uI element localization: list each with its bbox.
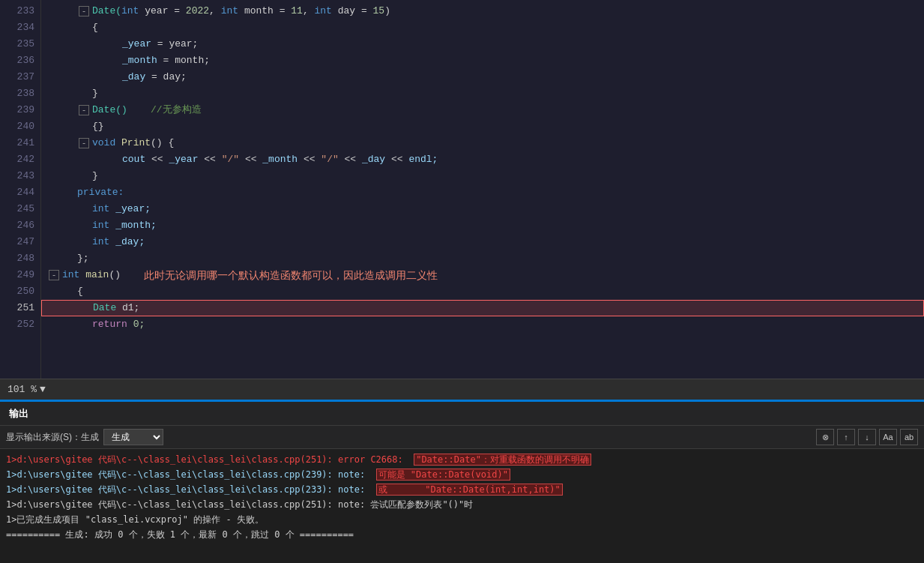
- output-line-3: 1>d:\users\gitee 代码\c--\class_lei\class_…: [6, 497, 918, 512]
- zoom-value: 101 %: [7, 384, 37, 395]
- code-line-236: _month = month;: [41, 52, 924, 69]
- line-number-248: 248: [6, 250, 34, 267]
- line-number-235: 235: [6, 36, 34, 52]
- output-header: 输出: [0, 402, 924, 426]
- line-number-245: 245: [6, 201, 34, 217]
- output-panel: 输出 显示输出来源(S)：生成 生成 ⊗ ↑ ↓ Aa ab 1>d:\user…: [0, 400, 924, 563]
- output-toolbar: 显示输出来源(S)：生成 生成 ⊗ ↑ ↓ Aa ab: [0, 426, 924, 449]
- code-line-247: int _day;: [41, 234, 924, 250]
- toolbar-btn-1[interactable]: ⊗: [816, 429, 834, 445]
- code-line-242: cout << _year << "/" << _month << "/" <<…: [41, 151, 924, 168]
- line-number-242: 242: [6, 151, 34, 168]
- output-line-5: ========== 生成: 成功 0 个，失败 1 个，最新 0 个，跳过 0…: [6, 527, 918, 542]
- code-editor[interactable]: 2332342352362372382392402412422432442452…: [0, 0, 924, 379]
- output-line-4: 1>已完成生成项目 "class_lei.vcxproj" 的操作 - 失败。: [6, 512, 918, 527]
- fold-indicator-249[interactable]: -: [49, 270, 59, 280]
- line-number-241: 241: [6, 135, 34, 151]
- output-title: 输出: [9, 407, 28, 421]
- code-line-235: _year = year;: [41, 36, 924, 52]
- code-line-233: -Date(int year = 2022, int month = 11, i…: [41, 3, 924, 19]
- toolbar-btn-5[interactable]: ab: [900, 429, 918, 445]
- line-number-236: 236: [6, 52, 34, 69]
- output-source-select[interactable]: 生成: [103, 429, 163, 445]
- code-line-245: int _year;: [41, 201, 924, 217]
- line-number-244: 244: [6, 184, 34, 201]
- zoom-dropdown-icon[interactable]: ▼: [40, 384, 46, 395]
- line-number-237: 237: [6, 69, 34, 85]
- output-content[interactable]: 1>d:\users\gitee 代码\c--\class_lei\class_…: [0, 449, 924, 563]
- output-line-1: 1>d:\users\gitee 代码\c--\class_lei\class_…: [6, 467, 918, 482]
- output-line-2: 1>d:\users\gitee 代码\c--\class_lei\class_…: [6, 482, 918, 497]
- line-number-252: 252: [6, 316, 34, 333]
- line-number-234: 234: [6, 19, 34, 36]
- line-number-240: 240: [6, 118, 34, 135]
- code-line-248: };: [41, 250, 924, 267]
- code-line-237: _day = day;: [41, 69, 924, 85]
- code-line-243: }: [41, 168, 924, 184]
- toolbar-btn-2[interactable]: ↑: [837, 429, 855, 445]
- fold-indicator-241[interactable]: -: [79, 138, 89, 148]
- code-line-241: -void Print() {: [41, 135, 924, 151]
- line-number-247: 247: [6, 234, 34, 250]
- code-line-246: int _month;: [41, 217, 924, 234]
- code-line-244: private:: [41, 184, 924, 201]
- output-source-label: 显示输出来源(S)：生成: [6, 431, 99, 444]
- code-container: 2332342352362372382392402412422432442452…: [0, 0, 924, 379]
- fold-indicator-233[interactable]: -: [79, 6, 89, 16]
- status-bar: 101 % ▼: [0, 379, 924, 400]
- line-number-246: 246: [6, 217, 34, 234]
- code-line-240: {}: [41, 118, 924, 135]
- code-lines: -Date(int year = 2022, int month = 11, i…: [41, 0, 924, 379]
- code-line-249: -int main() 此时无论调用哪一个默认构造函数都可以，因此造成调用二义性: [41, 267, 924, 283]
- line-number-233: 233: [6, 3, 34, 19]
- line-numbers: 2332342352362372382392402412422432442452…: [0, 0, 41, 379]
- toolbar-btn-3[interactable]: ↓: [858, 429, 876, 445]
- output-line-0: 1>d:\users\gitee 代码\c--\class_lei\class_…: [6, 452, 918, 467]
- code-line-238: }: [41, 85, 924, 102]
- code-line-239: -Date() //无参构造: [41, 102, 924, 118]
- line-number-251: 251: [6, 300, 34, 316]
- line-number-249: 249: [6, 267, 34, 283]
- line-number-238: 238: [6, 85, 34, 102]
- code-line-252: return 0;: [41, 316, 924, 333]
- line-number-243: 243: [6, 168, 34, 184]
- code-line-250: {: [41, 283, 924, 300]
- toolbar-btn-4[interactable]: Aa: [879, 429, 897, 445]
- fold-indicator-239[interactable]: -: [79, 105, 89, 115]
- code-line-234: {: [41, 19, 924, 36]
- code-line-251: Date d1;: [41, 300, 924, 316]
- line-number-239: 239: [6, 102, 34, 118]
- toolbar-icons: ⊗ ↑ ↓ Aa ab: [816, 429, 918, 445]
- zoom-control[interactable]: 101 % ▼: [7, 384, 46, 395]
- line-number-250: 250: [6, 283, 34, 300]
